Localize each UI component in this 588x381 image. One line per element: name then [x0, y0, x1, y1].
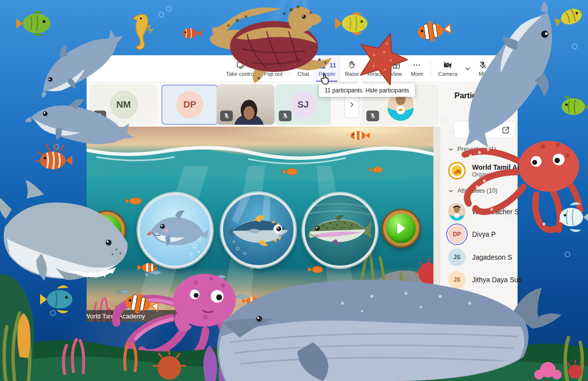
seahorse	[133, 14, 153, 49]
mic-off-icon	[369, 112, 376, 119]
chat-button[interactable]: Chat	[293, 55, 313, 82]
toolbar-divider	[430, 61, 431, 76]
chat-label: Chat	[297, 71, 309, 77]
shared-screen: World Tamil Academy	[87, 127, 433, 322]
view-button[interactable]: View	[386, 55, 407, 82]
camera-options-button[interactable]	[462, 55, 474, 82]
green-fish-right	[562, 96, 588, 115]
participant-tile-video[interactable]	[217, 85, 274, 125]
photo-avatar	[448, 203, 466, 221]
meeting-screen: Take control Pop out Chat	[0, 0, 588, 381]
dolphin-option-button[interactable]	[137, 193, 213, 268]
chat-icon	[298, 60, 308, 70]
raise-hand-icon	[347, 60, 357, 70]
tuna-option-button[interactable]	[221, 192, 296, 268]
mic-label: Mic	[478, 71, 487, 77]
prev-button[interactable]	[87, 210, 126, 249]
chevron-right-icon	[349, 102, 355, 108]
people-tooltip: 11 participants. Hide participants	[319, 84, 415, 97]
participant-name: Jagadeson S	[472, 253, 512, 261]
avatar: NM	[110, 90, 138, 119]
yellow-fish-right	[553, 6, 584, 29]
toolbar-divider	[290, 61, 290, 76]
muted-mic-badge	[93, 111, 106, 121]
more-icon	[412, 60, 422, 70]
white-teal-fish	[560, 202, 588, 232]
pop-out-icon	[268, 60, 278, 70]
participant-role: Organizer	[472, 171, 525, 178]
chevron-down-icon	[448, 188, 453, 194]
react-icon	[370, 60, 380, 70]
react-button[interactable]: React	[363, 55, 386, 82]
more-label: More	[411, 71, 423, 77]
participant-row-organizer[interactable]: அ World Tamil Aca Organizer	[448, 157, 521, 184]
more-button[interactable]: More	[407, 55, 428, 82]
avatar: SJ	[290, 91, 317, 118]
participant-tile-dp[interactable]: DP	[161, 85, 218, 125]
mic-button[interactable]: Mic	[474, 55, 492, 82]
small-red-fish	[182, 28, 202, 38]
participant-row-divya[interactable]: DP Divya P	[448, 224, 521, 245]
mic-off-icon	[96, 112, 103, 119]
attendees-header-label: Attendees (10)	[457, 187, 498, 194]
presenters-section-header[interactable]: Presenters (1)	[448, 146, 496, 153]
mouse-cursor	[320, 72, 331, 85]
muted-mic-badge	[366, 111, 379, 121]
participant-name: Divya P	[472, 230, 496, 238]
window-gap	[433, 127, 440, 322]
chevron-down-icon	[448, 147, 453, 152]
initials-avatar: JS	[448, 248, 466, 266]
striped-lionfish	[35, 143, 72, 169]
arrow-left-icon	[99, 223, 114, 237]
presenter-watermark: World Tamil Academy	[87, 310, 188, 322]
next-button[interactable]	[382, 209, 421, 248]
participants-panel: Participants Presenters (1) அ World Tami…	[440, 82, 518, 322]
cartoon-tuna	[223, 195, 294, 265]
pop-out-button[interactable]: Pop out	[259, 55, 287, 82]
attendees-section-header[interactable]: Attendees (10)	[448, 187, 498, 194]
mic-off-icon	[282, 112, 289, 119]
camera-button[interactable]: Camera	[434, 55, 462, 82]
salmon-option-button[interactable]	[302, 193, 378, 268]
blue-yellow-fish	[40, 285, 72, 313]
react-label: React	[367, 71, 382, 77]
tooltip-text: 11 participants. Hide participants	[324, 87, 409, 94]
participant-tile-nm[interactable]: NM	[90, 85, 157, 125]
participant-row-wta-teacher[interactable]: WTA Teacher S	[448, 201, 521, 223]
camera-off-icon	[443, 60, 452, 70]
muted-mic-badge	[279, 111, 292, 121]
participant-count-badge: 11	[329, 62, 336, 69]
clownfish-top-right	[416, 19, 452, 43]
panel-title: Participants	[454, 91, 499, 100]
green-fish	[16, 11, 50, 36]
participant-search-input[interactable]	[453, 121, 515, 138]
participant-name: Jithya Daya Sub	[472, 276, 522, 284]
cartoon-dolphin	[140, 195, 210, 266]
initials-avatar: JS	[448, 271, 466, 289]
muted-mic-badge	[220, 111, 233, 121]
participant-row-jagadeson[interactable]: JS Jagadeson S	[448, 247, 521, 268]
arrow-right-icon	[394, 221, 408, 236]
presenters-header-label: Presenters (1)	[457, 146, 496, 153]
view-label: View	[390, 71, 402, 77]
organizer-logo-avatar: அ	[448, 162, 466, 179]
people-icon	[317, 60, 327, 70]
raise-button[interactable]: Raise	[340, 55, 363, 82]
meeting-toolbar: Take control Pop out Chat	[87, 55, 513, 82]
participant-row-jithya[interactable]: JS Jithya Daya Sub	[448, 269, 521, 291]
pop-out-label: Pop out	[264, 71, 282, 77]
mic-off-icon	[478, 60, 488, 70]
participant-name: World Tamil Aca	[472, 163, 525, 171]
take-control-button[interactable]: Take control	[222, 55, 259, 82]
initials-avatar: DP	[448, 225, 466, 243]
chevron-down-icon	[463, 64, 473, 73]
participant-name: WTA Teacher S	[472, 208, 519, 216]
take-control-icon	[236, 60, 246, 70]
camera-label: Camera	[438, 71, 457, 77]
cartoon-salmon	[305, 195, 375, 266]
mic-off-icon	[223, 112, 230, 119]
share-invite-icon	[501, 125, 511, 135]
yellow-fish	[335, 12, 367, 35]
view-icon	[391, 60, 401, 70]
raise-label: Raise	[345, 71, 359, 77]
